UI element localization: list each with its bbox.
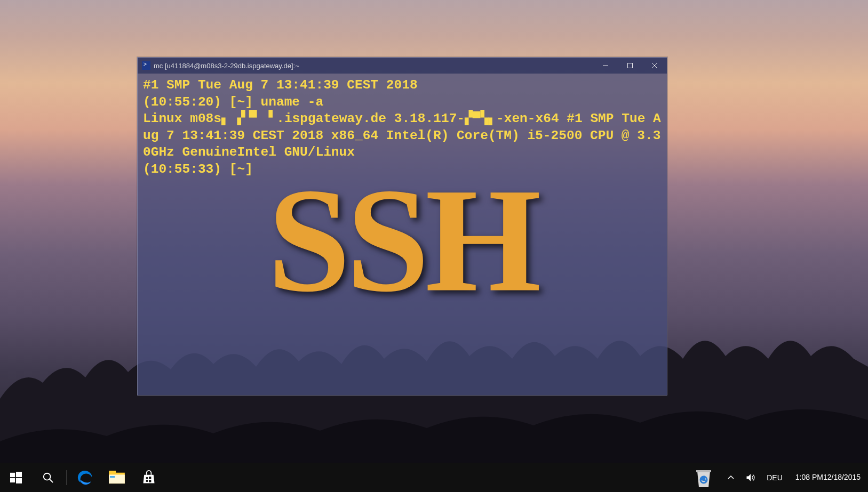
system-tray: DEU 1:08 PM 12/18/2015	[686, 463, 868, 492]
volume-icon[interactable]	[740, 463, 761, 492]
window-controls	[593, 58, 667, 74]
svg-line-6	[50, 479, 53, 482]
svg-rect-8	[109, 471, 116, 474]
edge-browser-icon[interactable]	[69, 463, 101, 492]
close-button[interactable]	[642, 58, 667, 74]
start-button[interactable]	[0, 463, 32, 492]
terminal-line: (10:55:33) [~]	[143, 162, 261, 176]
svg-rect-9	[109, 474, 125, 483]
clock[interactable]: 1:08 PM 12/18/2015	[788, 463, 868, 492]
svg-rect-10	[110, 476, 115, 478]
svg-rect-13	[146, 480, 148, 482]
svg-point-5	[44, 473, 51, 480]
recycle-bin-icon[interactable]	[686, 463, 722, 492]
svg-rect-1	[10, 472, 15, 477]
language-indicator[interactable]: DEU	[761, 463, 788, 492]
file-explorer-icon[interactable]	[101, 463, 133, 492]
svg-rect-11	[146, 477, 148, 479]
svg-rect-3	[10, 478, 15, 482]
taskbar: DEU 1:08 PM 12/18/2015	[0, 463, 868, 492]
window-title: mc [u411884@m08s3-2-29db.ispgateway.de]:…	[154, 62, 299, 70]
svg-rect-4	[16, 478, 22, 483]
store-icon[interactable]	[133, 463, 165, 492]
maximize-button[interactable]	[618, 58, 642, 74]
search-button[interactable]	[32, 463, 64, 492]
clock-date: 12/18/2015	[823, 472, 861, 482]
terminal-body[interactable]: #1 SMP Tue Aug 7 13:41:39 CEST 2018 (10:…	[138, 74, 667, 395]
terminal-line: Linux m08s▖ ▞▝▘ ▘.ispgateway.de 3.18.117…	[143, 111, 661, 159]
terminal-line: (10:55:20) [~] uname -a	[143, 95, 323, 109]
svg-rect-14	[149, 480, 151, 482]
language-code: DEU	[767, 473, 783, 482]
app-icon	[142, 61, 150, 70]
terminal-window[interactable]: mc [u411884@m08s3-2-29db.ispgateway.de]:…	[137, 57, 667, 396]
clock-time: 1:08 PM	[795, 472, 823, 482]
minimize-button[interactable]	[593, 58, 618, 74]
svg-rect-12	[149, 477, 151, 479]
svg-rect-0	[628, 63, 633, 68]
tray-overflow-icon[interactable]	[722, 463, 740, 492]
terminal-line: #1 SMP Tue Aug 7 13:41:39 CEST 2018	[143, 78, 418, 92]
taskbar-separator	[66, 470, 67, 485]
svg-rect-2	[16, 472, 22, 477]
window-titlebar[interactable]: mc [u411884@m08s3-2-29db.ispgateway.de]:…	[138, 58, 667, 74]
